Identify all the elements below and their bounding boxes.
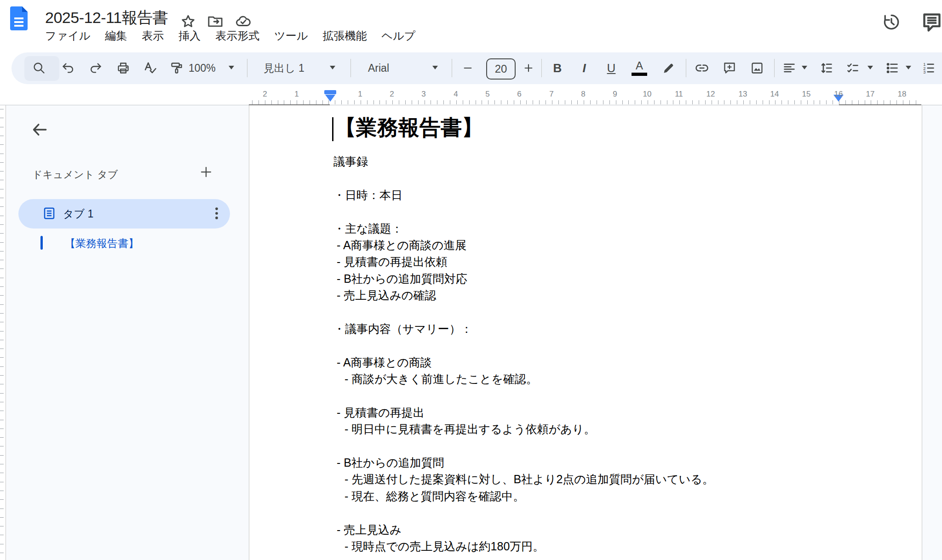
ruler-tick [743, 100, 744, 104]
checklist-icon[interactable] [842, 57, 864, 79]
italic-button[interactable]: I [573, 57, 595, 79]
ruler-tick [258, 100, 259, 104]
outline-active-bar [40, 236, 43, 250]
search-icon[interactable] [28, 57, 50, 79]
version-history-icon[interactable] [881, 12, 902, 32]
insert-image-icon[interactable] [746, 57, 768, 79]
document-line [249, 387, 922, 404]
decrease-font-size-icon[interactable] [457, 57, 479, 79]
bulleted-list-caret-icon[interactable] [906, 66, 911, 69]
menu-tools[interactable]: ツール [267, 27, 315, 45]
ruler-tick [903, 100, 903, 104]
paint-format-icon[interactable] [166, 57, 188, 79]
vruler-tick [0, 224, 4, 225]
vruler-tick [0, 322, 4, 322]
ruler-tick [865, 100, 865, 104]
ruler-tick [450, 100, 450, 104]
menu-bar: ファイル編集表示挿入表示形式ツール拡張機能ヘルプ [38, 27, 423, 45]
vruler-tick [0, 349, 4, 349]
vruler-tick [0, 544, 4, 544]
numbered-list-icon[interactable]: 1 2 3 [918, 57, 940, 79]
ruler-tick [603, 100, 603, 104]
document-body[interactable]: 議事録 ・日時：本日 ・主な議題：- A商事様との商談の進展- 見積書の再提出依… [249, 153, 922, 554]
text-color-button[interactable]: A [628, 57, 650, 79]
ruler-tick [890, 100, 890, 104]
menu-view[interactable]: 表示 [134, 27, 171, 45]
undo-icon[interactable] [57, 57, 79, 79]
highlight-color-icon[interactable] [658, 57, 680, 79]
ruler-tick [571, 100, 572, 104]
ruler-tick [322, 100, 323, 104]
close-panel-arrow-icon[interactable] [31, 121, 49, 138]
ruler-tick [501, 100, 501, 104]
menu-extensions[interactable]: 拡張機能 [315, 27, 374, 45]
zoom-caret-icon[interactable] [229, 66, 234, 69]
menu-file[interactable]: ファイル [38, 27, 98, 45]
document-line: - 売上見込みの確認 [249, 287, 922, 303]
increase-font-size-icon[interactable] [517, 57, 540, 79]
tab-options-kebab-icon[interactable] [209, 206, 224, 221]
align-icon[interactable] [778, 57, 800, 79]
toolbar-divider [452, 59, 452, 77]
menu-format[interactable]: 表示形式 [208, 27, 267, 45]
document-line: - B社からの追加質問 [249, 454, 922, 471]
ruler-tick [265, 100, 265, 104]
comments-icon[interactable] [922, 12, 942, 32]
ruler-tick [896, 100, 897, 104]
insert-link-icon[interactable] [691, 57, 713, 79]
ruler-tick [431, 100, 431, 104]
ruler-number: 3 [421, 90, 425, 99]
ruler-number: 2 [263, 90, 267, 99]
ruler-tick [718, 100, 718, 104]
menu-insert[interactable]: 挿入 [171, 27, 208, 45]
document-heading[interactable]: 【業務報告書】 [335, 114, 483, 142]
underline-button[interactable]: U [600, 57, 622, 79]
ruler-tick [781, 100, 782, 104]
ruler-number: 12 [706, 90, 715, 99]
toolbar-divider [350, 59, 351, 77]
ruler-tick [609, 100, 610, 104]
ruler-tick [412, 100, 412, 104]
docs-logo-icon[interactable] [10, 5, 28, 32]
ruler-tick [520, 100, 521, 104]
outline-item[interactable]: 【業務報告書】 [6, 235, 249, 253]
ruler-number: 4 [454, 90, 458, 99]
ruler-number: 17 [866, 90, 875, 99]
zoom-select[interactable]: 100% [189, 52, 216, 84]
redo-icon[interactable] [85, 57, 107, 79]
left-indent-marker[interactable] [325, 95, 335, 102]
spellcheck-icon[interactable] [139, 57, 161, 79]
toolbar: 100% 見出し 1 Arial 20 B I U [11, 52, 942, 84]
vruler-tick [0, 473, 4, 473]
add-comment-icon[interactable] [718, 57, 741, 79]
align-caret-icon[interactable] [802, 66, 807, 69]
style-caret-icon[interactable] [330, 66, 335, 69]
first-line-indent-marker[interactable] [324, 90, 336, 94]
ruler-tick [482, 100, 482, 104]
font-size-input[interactable]: 20 [486, 58, 516, 80]
bold-button[interactable]: B [546, 57, 569, 79]
document-page[interactable]: 【業務報告書】 議事録 ・日時：本日 ・主な議題：- A商事様との商談の進展- … [249, 105, 922, 560]
bulleted-list-icon[interactable] [881, 57, 903, 79]
tab-item-selected[interactable]: タブ 1 [18, 199, 230, 229]
print-icon[interactable] [112, 57, 134, 79]
ruler-tick [794, 100, 795, 104]
ruler-tick [839, 100, 839, 104]
toolbar-divider [247, 59, 247, 77]
font-caret-icon[interactable] [432, 66, 438, 69]
add-tab-icon[interactable] [199, 165, 213, 179]
menu-edit[interactable]: 編集 [98, 27, 134, 45]
document-title[interactable]: 2025-12-11報告書 [45, 7, 168, 29]
line-spacing-icon[interactable] [816, 57, 838, 79]
ruler-tick [399, 100, 399, 104]
font-select[interactable]: Arial [368, 52, 389, 84]
ruler-tick [488, 100, 488, 104]
menu-help[interactable]: ヘルプ [374, 27, 423, 45]
document-line [249, 170, 922, 186]
checklist-caret-icon[interactable] [867, 66, 873, 69]
ruler-tick [769, 100, 770, 104]
vertical-ruler[interactable] [0, 105, 6, 560]
ruler-number: 5 [485, 90, 489, 99]
paragraph-style-select[interactable]: 見出し 1 [264, 52, 304, 84]
document-line: - 現時点での売上見込みは約180万円。 [249, 538, 922, 554]
